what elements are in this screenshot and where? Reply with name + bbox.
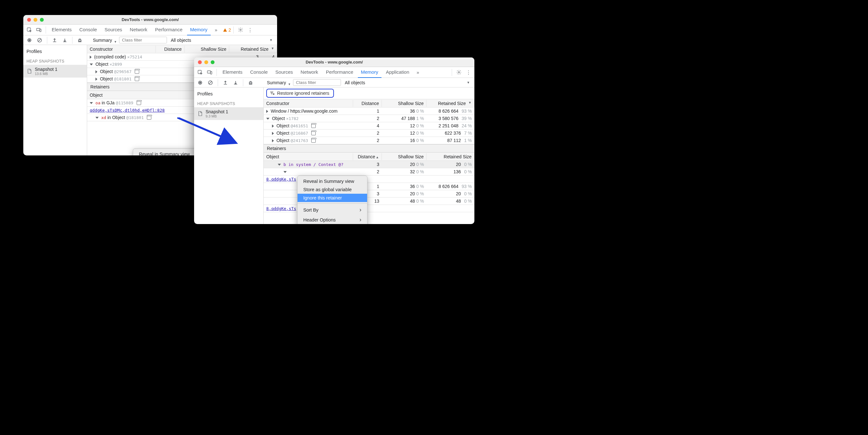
issues-badge[interactable]: 2 [223,27,231,33]
scope-select[interactable]: All objects [343,80,367,86]
disclosure-right-icon[interactable] [272,132,274,135]
upload-icon[interactable] [51,36,59,44]
restore-ignored-retainers-button[interactable]: Restore ignored retainers [266,89,334,98]
table-row[interactable]: b in system / Context @? 3 200 % 200 % [264,161,474,168]
table-row[interactable]: Window / https://www.google.com 1 360 % … [264,107,474,115]
object-preview-icon[interactable] [136,101,141,105]
menu-item[interactable]: Sort By [298,205,367,215]
tab-performance[interactable]: Performance [152,25,186,35]
tabs-overflow-icon[interactable]: » [212,26,220,34]
table-row[interactable]: Object @461651 4 120 % 2 251 04824 % [264,122,474,130]
table-row[interactable]: 2 320 % 1360 % [264,168,474,176]
disclosure-right-icon[interactable] [95,77,97,81]
col-shallow-size[interactable]: Shallow Size [185,45,229,53]
snapshot-item[interactable]: Snapshot 1 13.6 MB [23,65,87,77]
upload-icon[interactable] [221,79,229,87]
tab-memory[interactable]: Memory [358,67,381,78]
zoom-window-button[interactable] [211,60,215,64]
settings-icon[interactable] [236,26,245,34]
table-row[interactable]: Object ×1782 2 47 1881 % 3 580 57639 % [264,115,474,122]
col-retained-size[interactable]: Retained Size▼ [229,45,277,53]
disclosure-right-icon[interactable] [95,70,97,73]
disclosure-down-icon[interactable] [283,171,287,173]
clear-icon[interactable] [35,36,44,44]
download-icon[interactable] [231,79,240,87]
device-toolbar-icon[interactable] [206,68,214,76]
scope-select[interactable]: All objects [169,37,193,43]
object-preview-icon[interactable] [311,139,316,143]
source-link[interactable]: 8,qddgKe,sTs [266,177,296,182]
object-preview-icon[interactable] [147,116,151,120]
class-filter-input[interactable] [293,79,341,86]
disclosure-down-icon[interactable] [90,102,93,104]
dropdown-icon[interactable]: ▼ [464,79,472,87]
source-link[interactable]: 8,qddgKe,sTs [266,206,296,211]
minimize-window-button[interactable] [204,60,208,64]
zoom-window-button[interactable] [40,18,44,22]
inspect-icon[interactable] [196,68,204,76]
col-distance[interactable]: Distance [156,45,185,53]
close-window-button[interactable] [27,18,31,22]
disclosure-right-icon[interactable] [90,56,92,59]
close-window-button[interactable] [198,60,202,64]
menu-item[interactable]: Ignore this retainer [298,194,367,202]
table-row[interactable]: 13 480 % 480 % [264,197,474,205]
object-preview-icon[interactable] [311,124,316,128]
col-shallow-size[interactable]: Shallow Size [382,153,427,160]
table-row[interactable]: Object @216867 2 120 % 622 3767 % [264,130,474,137]
gc-icon[interactable] [76,36,84,44]
menu-item[interactable]: Store as global variable [298,185,367,194]
download-icon[interactable] [61,36,69,44]
tab-memory[interactable]: Memory [187,25,211,35]
disclosure-down-icon[interactable] [278,164,281,166]
table-row[interactable]: 3 200 % 200 % [264,190,474,197]
record-icon[interactable] [196,79,204,87]
col-constructor[interactable]: Constructor [87,45,156,53]
object-preview-icon[interactable] [311,131,316,135]
menu-item[interactable]: Reveal in Summary view [298,177,367,185]
tab-sources[interactable]: Sources [272,67,296,78]
disclosure-right-icon[interactable] [272,139,274,142]
table-row[interactable]: Object @241763 2 160 % 87 1121 % [264,137,474,144]
tab-sources[interactable]: Sources [101,25,125,35]
tab-application[interactable]: Application [383,67,412,78]
class-filter-input[interactable] [119,37,167,43]
col-distance[interactable]: Distance▲ [353,153,382,160]
minimize-window-button[interactable] [33,18,37,22]
table-row[interactable]: 1 360 % 8 626 66493 % [264,183,474,190]
menu-item[interactable]: Header Options [298,215,367,224]
more-icon[interactable]: ⋮ [464,68,472,76]
tab-network[interactable]: Network [127,25,151,35]
object-preview-icon[interactable] [135,70,139,74]
tab-console[interactable]: Console [247,67,271,78]
col-distance[interactable]: Distance [353,100,382,107]
record-icon[interactable] [25,36,33,44]
gc-icon[interactable] [246,79,255,87]
col-constructor[interactable]: Constructor [264,100,353,107]
tab-console[interactable]: Console [76,25,100,35]
titlebar[interactable]: DevTools - www.google.com/ [23,15,277,25]
clear-icon[interactable] [206,79,215,87]
disclosure-right-icon[interactable] [272,124,274,128]
tab-elements[interactable]: Elements [219,67,246,78]
tab-elements[interactable]: Elements [49,25,75,35]
dropdown-icon[interactable]: ▼ [267,36,275,44]
settings-icon[interactable] [455,68,463,76]
tab-performance[interactable]: Performance [323,67,356,78]
col-object[interactable]: Object [264,153,353,160]
view-select[interactable]: Summary▼ [91,37,117,43]
tab-network[interactable]: Network [298,67,321,78]
disclosure-right-icon[interactable] [266,110,268,113]
disclosure-down-icon[interactable] [266,118,270,120]
device-toolbar-icon[interactable] [35,26,43,34]
more-icon[interactable]: ⋮ [246,26,254,34]
col-retained-size[interactable]: Retained Size [427,153,474,160]
menu-item[interactable]: Reveal in Summary view [133,150,203,155]
disclosure-down-icon[interactable] [90,63,93,65]
inspect-icon[interactable] [25,26,33,34]
titlebar[interactable]: DevTools - www.google.com/ [194,57,474,67]
disclosure-down-icon[interactable] [95,117,99,119]
view-select[interactable]: Summary▼ [265,80,291,86]
col-shallow-size[interactable]: Shallow Size [382,100,427,107]
object-preview-icon[interactable] [135,77,139,81]
